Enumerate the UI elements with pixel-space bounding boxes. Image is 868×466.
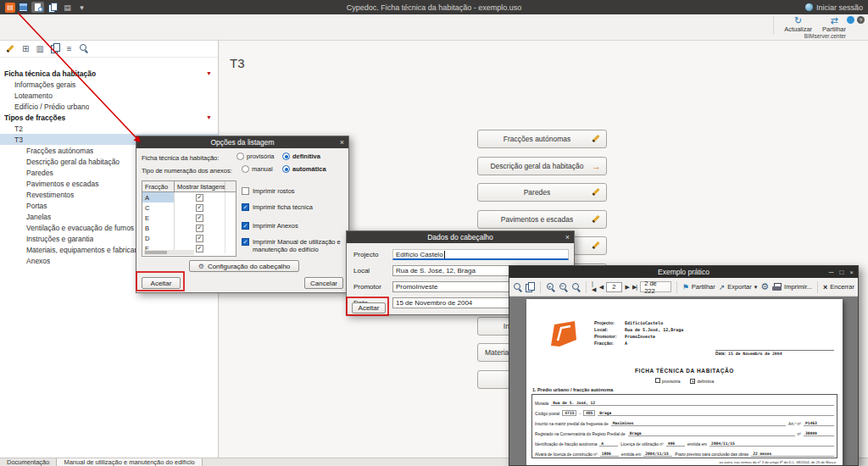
radio-definitiva[interactable]: definitiva [282,153,320,160]
print-preview-icon[interactable] [31,2,44,13]
multipage-view-icon[interactable] [526,282,535,291]
dialog-titlebar[interactable]: Opções da listagem× [136,136,348,148]
configuracao-cabecalho-button[interactable]: ⚙Configuração do cabeçalho [189,260,299,272]
aceitar-button[interactable]: Aceitar [142,277,181,289]
check-imprimir-manual[interactable]: ✓Imprimir Manual de utilização e manuten… [242,238,347,253]
globe-icon [805,3,813,11]
check-imprimir-rostos[interactable]: Imprimir rostos [242,187,345,195]
tree-item[interactable]: Loteamento [0,90,218,101]
imprimir-button[interactable]: Imprimir... [772,283,812,291]
dialog-titlebar[interactable]: Dados do cabeçalho× [347,231,574,243]
settings-gear-icon[interactable]: ⚙ [760,281,769,292]
tab-documentacao[interactable]: Documentação [0,458,56,466]
ficha-radio-label: Ficha técnica da habitação: [142,154,219,162]
section-button[interactable]: Pavimentos e escadas [477,210,607,229]
doc-fields-box: MoradaRua de S. José, 12 Código postal47… [531,394,837,458]
save-icon[interactable] [19,3,28,12]
partilhar-button[interactable]: ⚑Partilhar [682,283,715,291]
red-marker-icon: ▼ [206,70,212,76]
login-button[interactable]: Iniciar sessão [805,3,863,12]
next-page-button[interactable]: ▶ [626,284,629,291]
checkbox-definitiva: × [690,379,695,384]
last-page-button[interactable]: ▶| [632,284,637,291]
field-label: Local [353,265,370,276]
menu-caret-icon[interactable]: ▾ [76,2,87,13]
maximize-icon[interactable]: □ [839,269,843,276]
radio-automatica[interactable]: automática [282,165,326,173]
caret-down-icon: ▾ [754,284,758,291]
checkbox[interactable]: ✓ [196,204,203,212]
copy-pages-icon[interactable] [47,2,58,13]
bimserver-caption: BIMserver.center [804,33,846,39]
checkbox[interactable]: ✓ [196,245,203,252]
preview-toolbar: + − |◀ ◀ 2 ▶ ▶| 2 de 222 ⚑Partilhar ↗Exp… [509,278,858,297]
zoom-in-icon[interactable]: + [546,282,555,291]
zoom-out-icon[interactable]: − [559,282,568,291]
help-icon[interactable]: ? [857,16,865,24]
checkbox[interactable]: ✓ [196,225,203,232]
close-icon[interactable]: × [849,269,854,276]
cancelar-button[interactable]: Cancelar [304,277,343,289]
doc-date: Data:15 de Novembro de 2004 [715,350,834,356]
app-icon[interactable]: ▤ [5,3,15,13]
tree-item[interactable]: T2 [0,123,218,134]
window-title: Cypedoc. Ficha técnica da habitação - ex… [0,3,868,12]
section-button[interactable]: Paredes [477,183,607,202]
red-marker-icon: ▼ [206,114,212,120]
radio-manual[interactable]: manual [242,165,273,173]
encerrar-button[interactable]: ×Encerrar [823,283,854,291]
search-icon[interactable] [79,43,88,54]
list-icon[interactable]: ▤ [62,2,73,13]
table-row[interactable]: D✓ [142,233,236,243]
partilhar-button[interactable]: ⇄ Partilhar [822,16,846,35]
tree-item[interactable]: Edifício / Prédio urbano [0,101,218,112]
zoom-fit-icon[interactable] [571,282,581,291]
doc-footnote: ou outro, nos termos do nº 3 do artigo 9… [719,460,836,464]
tree-item[interactable]: Informações gerais [0,79,218,90]
section-button[interactable]: Fracções autónomas [477,130,607,148]
check-imprimir-anexos[interactable]: ✓Imprimir Anexos [242,222,345,230]
checkbox-provisoria [655,378,660,383]
share-icon: ⇄ [830,16,837,25]
checkbox[interactable]: ✓ [196,194,203,202]
preview-titlebar[interactable]: Exemplo prático ─□× [509,266,858,278]
close-icon[interactable]: × [565,231,570,243]
table-row[interactable]: A✓ [142,192,236,202]
section-button[interactable]: Descrição geral da habitação→ [477,157,607,175]
projecto-field[interactable]: Edifício Castelo [392,249,569,260]
table-row[interactable]: B✓ [142,223,236,233]
zoom-page-icon[interactable] [513,282,522,291]
actualizar-button[interactable]: ↻ Actualizar [784,16,812,35]
checkbox[interactable]: ✓ [196,214,203,222]
preview-document-area[interactable]: Projecto:EdifícioCastelo Local:Rua de S.… [509,297,858,465]
tree-item[interactable]: Ficha técnica da habitação▼ [0,68,218,79]
document-page: Projecto:EdifícioCastelo Local:Rua de S.… [526,299,843,465]
fraccao-table: FracçãoMostrar listagens A✓ C✓ E✓ B✓ D✓ … [142,180,236,257]
aceitar-button[interactable]: Aceitar [352,302,386,313]
tree-item[interactable]: Tipos de fracções▼ [0,112,218,123]
ribbon-corner-icons: ? [847,16,865,24]
tab-manual-utilizacao[interactable]: Manual de utilização e manutenção do edi… [56,458,202,466]
field-label: Promotor [353,281,381,292]
list-lines-icon[interactable]: ≡ [67,45,72,53]
prev-page-button[interactable]: ◀ [599,284,603,291]
checkbox[interactable]: ✓ [196,235,203,242]
page-number-input[interactable]: 2 [606,282,621,292]
pencil-icon [591,186,601,198]
minimize-icon[interactable]: ─ [829,269,834,276]
radio-provisoria[interactable]: provisória [236,153,275,160]
check-imprimir-ficha[interactable]: ✓Imprimir ficha técnica [242,203,345,211]
first-page-button[interactable]: |◀ [592,280,596,293]
book-icon[interactable]: ▥ [36,45,43,53]
table-row[interactable]: C✓ [142,202,236,213]
pages-icon[interactable] [51,43,60,54]
table-hscrollbar[interactable] [143,250,194,255]
status-dot-icon[interactable] [847,16,854,24]
table-row[interactable]: E✓ [142,213,236,223]
close-icon[interactable]: × [340,136,344,148]
exportar-button[interactable]: ↗Exportar▾ [719,283,757,291]
add-icon[interactable]: ⊞ [22,45,29,53]
tipo-radio-label: Tipo de numeração dos anexos: [142,167,232,175]
text-caret [444,251,445,258]
edit-icon[interactable] [5,43,15,55]
